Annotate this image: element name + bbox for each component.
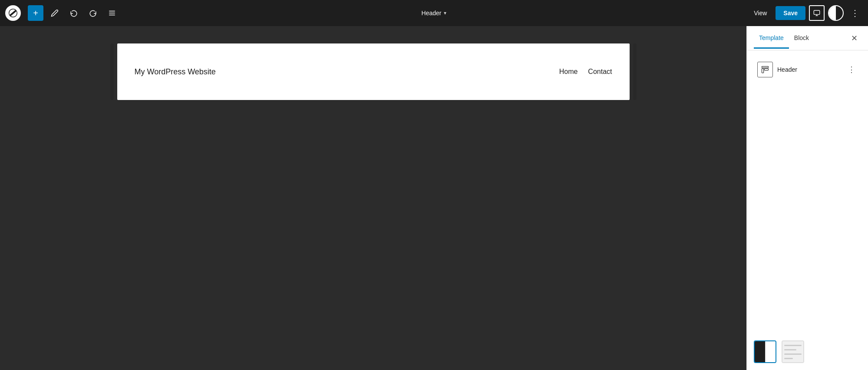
svg-rect-3 xyxy=(814,10,819,14)
draw-tool-button[interactable] xyxy=(47,5,63,21)
svg-rect-8 xyxy=(764,69,768,70)
style-option-light-striped[interactable] xyxy=(782,340,804,363)
sidebar-content: Header ⋮ xyxy=(747,50,868,333)
style-options xyxy=(747,333,868,370)
more-options-button[interactable]: ⋮ xyxy=(847,5,863,21)
tab-block[interactable]: Block xyxy=(789,27,814,49)
contrast-button[interactable] xyxy=(828,5,844,21)
toolbar: + Header ▾ View Save xyxy=(0,0,868,26)
wp-logo[interactable] xyxy=(5,5,21,21)
redo-button[interactable] xyxy=(85,5,101,21)
style-option-dark-half xyxy=(755,341,765,362)
view-button[interactable]: View xyxy=(749,7,772,19)
site-nav: Home Contact xyxy=(559,68,612,76)
style-option-dark-light[interactable] xyxy=(754,340,776,363)
list-view-button[interactable] xyxy=(104,5,120,21)
style-option-light-half xyxy=(765,341,776,362)
main-area: My WordPress Website Home Contact Templa… xyxy=(0,26,868,370)
tab-template[interactable]: Template xyxy=(754,27,789,49)
page-title-selector[interactable]: Header ▾ xyxy=(422,10,447,17)
block-label-header: Header xyxy=(777,66,797,73)
sidebar-close-button[interactable]: ✕ xyxy=(847,31,861,45)
page-title-chevron: ▾ xyxy=(444,10,446,16)
add-block-button[interactable]: + xyxy=(28,5,43,21)
contrast-half xyxy=(829,6,836,20)
layout-toggle-button[interactable] xyxy=(809,5,825,21)
block-more-button[interactable]: ⋮ xyxy=(845,63,858,76)
nav-item-home[interactable]: Home xyxy=(559,68,578,76)
nav-item-contact[interactable]: Contact xyxy=(588,68,612,76)
page-title-label: Header xyxy=(422,10,442,17)
toolbar-right: View Save ⋮ xyxy=(749,5,863,21)
layout-toggle-inner xyxy=(812,8,822,18)
sidebar-panel: Template Block ✕ Header ⋮ xyxy=(746,26,868,370)
header-block-icon xyxy=(757,62,773,77)
canvas-area[interactable]: My WordPress Website Home Contact xyxy=(0,26,746,370)
site-title: My WordPress Website xyxy=(135,67,216,77)
sidebar-tabs: Template Block ✕ xyxy=(747,26,868,50)
block-item-header[interactable]: Header ⋮ xyxy=(754,57,861,82)
svg-rect-6 xyxy=(762,67,769,68)
save-button[interactable]: Save xyxy=(776,6,805,20)
svg-rect-7 xyxy=(762,69,764,73)
preview-frame[interactable]: My WordPress Website Home Contact xyxy=(117,43,630,100)
undo-button[interactable] xyxy=(66,5,82,21)
